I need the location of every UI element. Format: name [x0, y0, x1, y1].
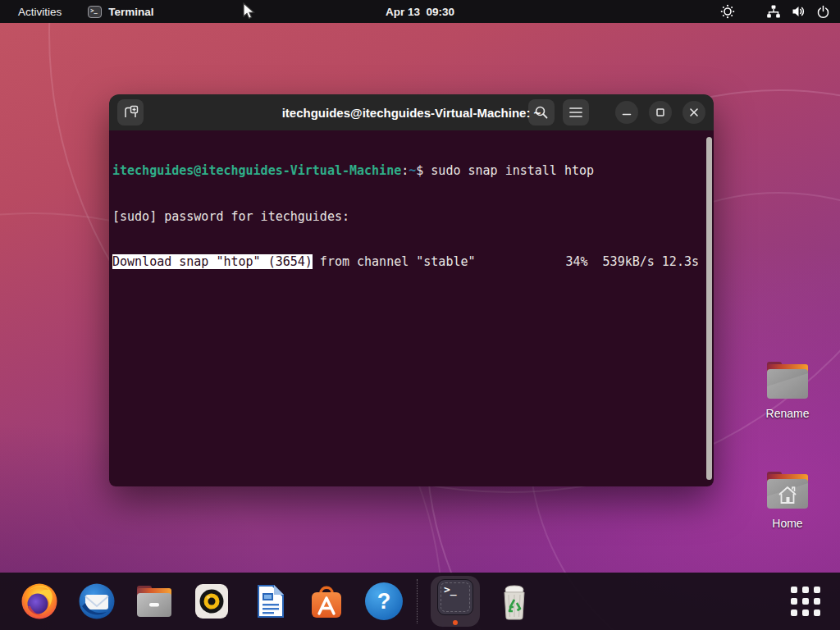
desktop-icon-rename[interactable]: Rename [746, 362, 829, 420]
top-bar: Activities >_ Terminal Apr 13 09:30 [0, 0, 840, 23]
dock-firefox-icon[interactable] [20, 582, 59, 621]
desktop-icon-label: Rename [746, 407, 829, 420]
mouse-cursor [240, 2, 257, 24]
dock: ? >_ [0, 573, 840, 630]
dock-libreoffice-writer-icon[interactable] [249, 582, 289, 621]
dock-trash-icon[interactable] [495, 582, 534, 621]
running-indicator-dot [453, 620, 458, 625]
dock-terminal-icon: >_ [437, 579, 473, 615]
dock-help-icon[interactable]: ? [364, 582, 404, 621]
download-progress-highlight: Download snap "htop" (3654) [112, 254, 313, 269]
menu-button[interactable] [563, 99, 589, 126]
maximize-button[interactable] [649, 101, 672, 124]
volume-icon[interactable] [786, 0, 810, 23]
app-menu-label: Terminal [108, 6, 153, 18]
folder-home-icon [765, 472, 810, 509]
new-tab-button[interactable] [117, 99, 144, 126]
question-mark-glyph: ? [377, 589, 391, 614]
activities-button[interactable]: Activities [13, 4, 66, 20]
dock-terminal-focused[interactable]: >_ [431, 576, 480, 627]
dock-files-icon[interactable] [135, 582, 174, 621]
dock-rhythmbox-icon[interactable] [192, 582, 231, 621]
download-stats: 34% 539kB/s 12.3s [565, 254, 699, 270]
terminal-scrollbar[interactable] [706, 137, 712, 480]
network-icon[interactable] [761, 0, 786, 23]
dock-separator [417, 579, 418, 623]
dock-thunderbird-icon[interactable] [77, 582, 116, 621]
folder-icon [765, 362, 810, 399]
terminal-window: itechguides@itechguides-Virtual-Machine:… [109, 94, 714, 486]
power-icon[interactable] [810, 0, 835, 23]
desktop-icon-home[interactable]: Home [746, 472, 829, 530]
terminal-titlebar[interactable]: itechguides@itechguides-Virtual-Machine:… [109, 94, 714, 130]
terminal-line-command: itechguides@itechguides-Virtual-Machine:… [112, 163, 710, 179]
app-menu-terminal[interactable]: >_ Terminal [88, 6, 153, 18]
close-button[interactable] [682, 101, 705, 124]
show-applications-button[interactable] [791, 587, 820, 616]
dock-ubuntu-software-icon[interactable] [307, 582, 346, 621]
clock-button[interactable]: Apr 13 09:30 [386, 6, 454, 18]
brightness-icon[interactable] [715, 0, 740, 23]
terminal-line-download: Download snap "htop" (3654) from channel… [112, 254, 710, 270]
terminal-line-sudo: [sudo] password for itechguides: [112, 209, 710, 225]
minimize-button[interactable] [615, 101, 638, 124]
window-title: itechguides@itechguides-Virtual-Machine:… [282, 106, 541, 120]
terminal-screen[interactable]: itechguides@itechguides-Virtual-Machine:… [109, 130, 714, 486]
terminal-app-icon: >_ [88, 6, 102, 18]
desktop-icon-label: Home [746, 517, 829, 530]
